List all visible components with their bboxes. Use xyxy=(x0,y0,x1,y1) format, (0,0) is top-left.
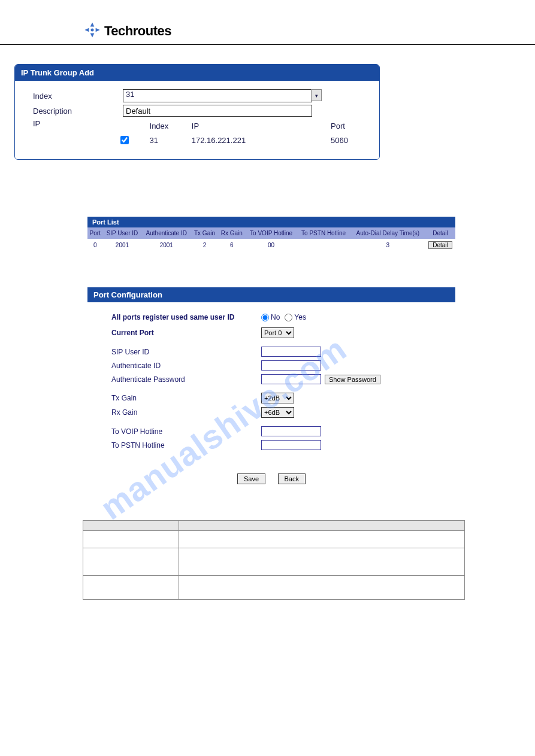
pl-voip: 00 xyxy=(246,239,297,251)
save-button[interactable]: Save xyxy=(237,473,265,484)
index-label: Index xyxy=(33,92,123,101)
ip-trunk-body: Index 31 ▾ Description IP Index IP Port xyxy=(15,81,379,159)
auth-id-row: Authenticate ID xyxy=(111,360,443,371)
port-list-panel: Port List Port SIP User ID Authenticate … xyxy=(87,217,455,251)
pstn-label: To PSTN Hotline xyxy=(111,441,261,450)
ip-row-port: 5060 xyxy=(331,133,366,147)
port-config-body: All ports register used same user ID No … xyxy=(87,302,455,464)
pl-auth: 2001 xyxy=(141,239,191,251)
rx-select[interactable]: +6dB xyxy=(261,407,294,418)
pl-tx: 2 xyxy=(191,239,218,251)
description-input[interactable] xyxy=(123,105,312,117)
rx-label: Rx Gain xyxy=(111,408,261,417)
index-row: Index 31 ▾ xyxy=(33,89,367,102)
auth-pw-label: Authenticate Password xyxy=(111,375,261,384)
pl-rx: 6 xyxy=(218,239,246,251)
chevron-down-icon[interactable]: ▾ xyxy=(311,89,322,101)
logo-icon xyxy=(84,22,101,41)
port-config-title: Port Configuration xyxy=(87,287,455,302)
index-select[interactable]: 31 xyxy=(123,89,312,102)
current-port-label: Current Port xyxy=(111,329,261,337)
port-list-header-row: Port SIP User ID Authenticate ID Tx Gain… xyxy=(87,227,455,239)
auth-id-input[interactable] xyxy=(261,360,321,371)
port-list-table: Port SIP User ID Authenticate ID Tx Gain… xyxy=(87,227,455,251)
desc-r1-a xyxy=(83,548,179,576)
auth-pw-input[interactable] xyxy=(261,374,321,384)
ip-row-checkbox[interactable] xyxy=(120,136,129,144)
back-button[interactable]: Back xyxy=(278,473,306,484)
ip-row-ip: 172.16.221.221 xyxy=(192,133,330,147)
desc-r2-b xyxy=(179,576,465,600)
sip-label: SIP User ID xyxy=(111,348,261,356)
ip-label: IP xyxy=(33,119,117,128)
show-password-button[interactable]: Show Password xyxy=(325,375,380,384)
desc-r0-b xyxy=(179,531,465,548)
pl-sip: 2001 xyxy=(103,239,142,251)
desc-r2-a xyxy=(83,576,179,600)
all-ports-yes-radio[interactable] xyxy=(285,314,292,321)
ip-row-index: 31 xyxy=(150,133,191,147)
description-table xyxy=(83,520,465,600)
svg-point-1 xyxy=(90,28,93,31)
desc-h2 xyxy=(179,521,465,531)
col-port: Port xyxy=(331,120,366,132)
yes-label: Yes xyxy=(294,313,306,321)
description-row: Description xyxy=(33,105,367,117)
all-ports-row: All ports register used same user ID No … xyxy=(111,313,443,321)
desc-h1 xyxy=(83,521,179,531)
pl-h0: Port xyxy=(87,227,103,239)
auth-pw-row: Authenticate Password Show Password xyxy=(111,374,443,384)
rx-row: Rx Gain +6dB xyxy=(111,407,443,418)
pl-port: 0 xyxy=(87,239,103,251)
ip-trunk-panel: IP Trunk Group Add Index 31 ▾ Descriptio… xyxy=(14,64,380,160)
pl-h4: Rx Gain xyxy=(218,227,246,239)
port-list-row: 0 2001 2001 2 6 00 3 Detail xyxy=(87,239,455,251)
port-config-panel: Port Configuration All ports register us… xyxy=(87,287,455,484)
pl-pstn xyxy=(297,239,350,251)
all-ports-no-radio[interactable] xyxy=(261,314,269,321)
description-table-wrap xyxy=(83,520,465,600)
voip-row: To VOIP Hotline xyxy=(111,426,443,436)
pl-h5: To VOIP Hotline xyxy=(246,227,297,239)
tx-select[interactable]: +2dB xyxy=(261,393,294,403)
description-label: Description xyxy=(33,107,123,116)
sip-row: SIP User ID xyxy=(111,347,443,357)
page: Techroutes IP Trunk Group Add Index 31 ▾… xyxy=(0,0,535,600)
desc-row-1 xyxy=(83,548,465,576)
pl-h2: Authenticate ID xyxy=(141,227,191,239)
pl-h7: Auto-Dial Delay Time(s) xyxy=(350,227,425,239)
sip-input[interactable] xyxy=(261,347,321,357)
detail-button[interactable]: Detail xyxy=(428,241,452,249)
voip-input[interactable] xyxy=(261,426,321,436)
brand-name: Techroutes xyxy=(104,23,171,39)
auth-id-label: Authenticate ID xyxy=(111,362,261,370)
pl-h6: To PSTN Hotline xyxy=(297,227,350,239)
pstn-row: To PSTN Hotline xyxy=(111,440,443,450)
button-row: Save Back xyxy=(87,473,455,484)
desc-header-row xyxy=(83,521,465,531)
all-ports-label: All ports register used same user ID xyxy=(111,313,261,321)
pl-h8: Detail xyxy=(425,227,455,239)
page-header: Techroutes xyxy=(0,0,535,45)
tx-label: Tx Gain xyxy=(111,394,261,402)
index-select-wrap[interactable]: 31 ▾ xyxy=(123,89,322,102)
pl-delay: 3 xyxy=(350,239,425,251)
current-port-row: Current Port Port 0 xyxy=(111,327,443,338)
desc-r1-b xyxy=(179,548,465,576)
ip-table: Index IP Port 31 172.16.221.221 5060 xyxy=(117,119,367,148)
voip-label: To VOIP Hotline xyxy=(111,427,261,436)
ip-row: IP Index IP Port 31 172.16.221.221 5060 xyxy=(33,119,367,148)
ip-table-header: Index IP Port xyxy=(118,120,366,132)
pstn-input[interactable] xyxy=(261,440,321,450)
ip-trunk-title: IP Trunk Group Add xyxy=(15,65,379,81)
desc-r0-a xyxy=(83,531,179,548)
ip-table-row: 31 172.16.221.221 5060 xyxy=(118,133,366,147)
no-label: No xyxy=(271,313,280,321)
tx-row: Tx Gain +2dB xyxy=(111,393,443,403)
col-ip: IP xyxy=(192,120,330,132)
desc-row-0 xyxy=(83,531,465,548)
col-index: Index xyxy=(150,120,191,132)
port-list-title: Port List xyxy=(87,217,455,227)
pl-h3: Tx Gain xyxy=(191,227,218,239)
current-port-select[interactable]: Port 0 xyxy=(261,327,294,338)
